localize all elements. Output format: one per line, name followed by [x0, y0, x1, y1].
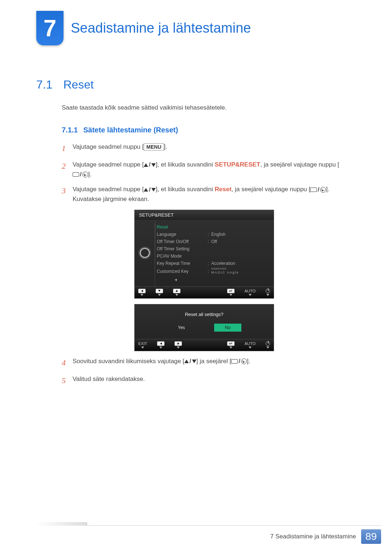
up-down-icon: / — [144, 185, 156, 194]
step-number: 2 — [62, 160, 73, 172]
nav-left-icon — [157, 341, 164, 349]
up-down-icon: / — [144, 160, 156, 169]
step-number: 5 — [62, 374, 73, 387]
page-number-badge: 89 — [361, 529, 381, 544]
nav-left-icon — [138, 289, 146, 296]
step-number: 3 — [62, 185, 73, 197]
enter-icon: ↵ — [227, 341, 234, 349]
section-heading: 7.1 Reset — [36, 78, 348, 91]
enter-icon: / — [310, 185, 326, 194]
section-content: 7.1 Reset Saate taastada kõik seadme sät… — [0, 78, 392, 387]
step-number: 4 — [62, 357, 73, 369]
page-footer: 7 Seadistamine ja lähtestamine 89 — [36, 525, 381, 544]
osd-screenshot-menu: SETUP&RESET Reset Language:English Off T… — [134, 210, 348, 299]
step-text: Vajutage seadmel nuppu [MENU]. — [73, 142, 348, 152]
step-list: 1 Vajutage seadmel nuppu [MENU]. 2 Vajut… — [62, 142, 348, 387]
osd-footer: ↵ AUTO — [135, 286, 274, 298]
keyword-setup-reset: SETUP&RESET — [215, 161, 261, 168]
nav-down-icon — [156, 289, 163, 296]
subsection-number: 7.1.1 — [62, 126, 78, 134]
osd-item-custkey: Customized Key:SAMSUNGMAGIC Angle — [157, 267, 268, 276]
confirm-yes: Yes — [167, 324, 196, 332]
keyword-reset: Reset — [215, 186, 232, 193]
osd-menu-list: Reset Language:English Off Timer On/Off:… — [155, 220, 274, 286]
osd-item-reset: Reset — [157, 223, 268, 231]
osd-item-offtimer-setting: Off Timer Setting — [157, 245, 268, 253]
chapter-number-tab: 7 — [36, 11, 64, 45]
chapter-title: Seadistamine ja lähtestamine — [71, 20, 251, 36]
osd-footer: EXIT ↵ AUTO — [135, 339, 274, 351]
step-4: 4 Soovitud suvandini liikumiseks vajutag… — [62, 357, 348, 369]
auto-label: AUTO — [245, 341, 256, 349]
subsection-heading: 7.1.1 Sätete lähtestamine (Reset) — [62, 126, 348, 134]
osd-item-offtimer-onoff: Off Timer On/Off:Off — [157, 238, 268, 245]
osd-screenshot-confirm: Reset all settings? Yes No EXIT ↵ AUTO — [134, 304, 348, 351]
enter-icon: / — [231, 357, 247, 366]
section-number: 7.1 — [36, 78, 52, 91]
osd-item-pcav: PC/AV Mode — [157, 253, 268, 260]
footer-decoration — [36, 522, 87, 526]
auto-label: AUTO — [245, 289, 256, 296]
enter-icon: / — [73, 170, 88, 179]
more-down-icon: ▾ — [157, 277, 268, 283]
osd-title: SETUP&RESET — [135, 210, 274, 220]
chapter-header: 7 Seadistamine ja lähtestamine — [0, 11, 392, 45]
power-icon — [266, 341, 270, 349]
section-title: Reset — [63, 78, 94, 91]
osd-item-language: Language:English — [157, 231, 268, 238]
step-number: 1 — [62, 142, 73, 155]
step-text: Soovitud suvandini liikumiseks vajutage … — [73, 357, 348, 366]
up-down-icon: / — [184, 357, 196, 366]
nav-right-icon — [175, 341, 182, 349]
step-text: Vajutage seadmel nuppe [/], et liikuda s… — [73, 185, 348, 204]
step-1: 1 Vajutage seadmel nuppu [MENU]. — [62, 142, 348, 155]
step-text: Vajutage seadmel nuppe [/], et liikuda s… — [73, 160, 348, 179]
step-3: 3 Vajutage seadmel nuppe [/], et liikuda… — [62, 185, 348, 204]
confirm-no-selected: No — [214, 324, 241, 332]
gear-icon — [140, 248, 150, 258]
footer-chapter-label: 7 Seadistamine ja lähtestamine — [270, 533, 356, 540]
step-2: 2 Vajutage seadmel nuppe [/], et liikuda… — [62, 160, 348, 179]
step-text: Valitud säte rakendatakse. — [73, 374, 348, 384]
osd-sidebar — [135, 220, 155, 286]
subsection-title: Sätete lähtestamine (Reset) — [83, 126, 178, 134]
manual-page: 7 Seadistamine ja lähtestamine 7.1 Reset… — [0, 0, 392, 554]
intro-text: Saate taastada kõik seadme sätted vaikim… — [62, 104, 348, 111]
nav-up-icon — [173, 289, 180, 296]
power-icon — [266, 289, 270, 296]
step-5: 5 Valitud säte rakendatakse. — [62, 374, 348, 387]
exit-label: EXIT — [138, 341, 147, 349]
osd-item-keyrepeat: Key Repeat Time:Acceleration — [157, 260, 268, 267]
enter-icon: ↵ — [227, 289, 234, 296]
menu-button-label: MENU — [144, 143, 164, 151]
confirm-question: Reset all settings? — [185, 312, 223, 317]
